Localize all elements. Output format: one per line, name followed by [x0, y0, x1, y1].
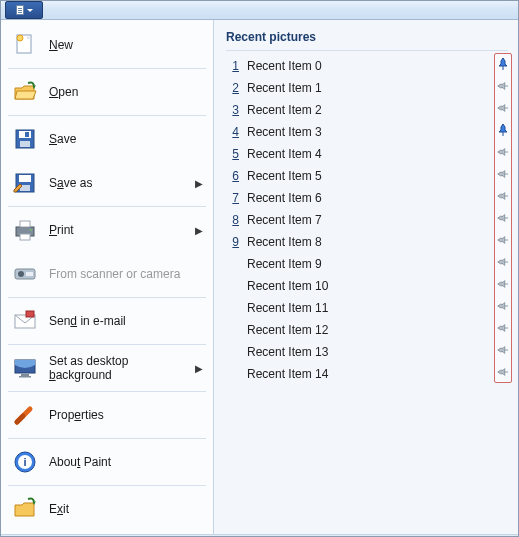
application-menu-button[interactable]	[5, 1, 43, 19]
recent-item[interactable]: 3Recent Item 2	[226, 99, 508, 121]
recent-item[interactable]: Recent Item 10	[226, 275, 508, 297]
recent-item-name: Recent Item 0	[247, 59, 322, 73]
menu-item-label: About Paint	[49, 455, 203, 469]
menu-item-save[interactable]: Save	[4, 117, 210, 161]
pin-icon[interactable]	[497, 166, 509, 182]
svg-point-14	[18, 271, 24, 277]
pin-icon-pinned[interactable]	[497, 122, 509, 138]
recent-item[interactable]: 2Recent Item 1	[226, 77, 508, 99]
pin-icon[interactable]	[497, 210, 509, 226]
submenu-arrow-icon: ▶	[195, 225, 203, 236]
pin-icon[interactable]	[497, 78, 509, 94]
menu-separator	[8, 115, 206, 116]
svg-point-12	[30, 229, 32, 231]
recent-item-number: 8	[229, 213, 239, 227]
recent-item-name: Recent Item 9	[247, 257, 322, 271]
recent-item-name: Recent Item 6	[247, 191, 322, 205]
menu-item-properties[interactable]: Properties	[4, 393, 210, 437]
recent-item[interactable]: 6Recent Item 5	[226, 165, 508, 187]
recent-item[interactable]: 9Recent Item 8	[226, 231, 508, 253]
menu-separator	[8, 485, 206, 486]
svg-rect-5	[25, 132, 29, 137]
recent-item-name: Recent Item 4	[247, 147, 322, 161]
pin-icon[interactable]	[497, 232, 509, 248]
recent-item-name: Recent Item 10	[247, 279, 328, 293]
menu-left-column: NewOpenSaveSave as▶Print▶From scanner or…	[1, 20, 214, 534]
recent-item-name: Recent Item 8	[247, 235, 322, 249]
menu-separator	[8, 297, 206, 298]
desktop-icon	[11, 354, 39, 382]
svg-text:i: i	[23, 456, 26, 468]
recent-item[interactable]: Recent Item 9	[226, 253, 508, 275]
recent-item-number: 2	[229, 81, 239, 95]
svg-rect-15	[26, 272, 33, 276]
menu-footer	[1, 534, 518, 536]
pin-icon[interactable]	[497, 364, 509, 380]
properties-icon	[11, 401, 39, 429]
recent-heading: Recent pictures	[226, 28, 508, 51]
recent-item-name: Recent Item 12	[247, 323, 328, 337]
pin-icon[interactable]	[497, 188, 509, 204]
pin-column	[494, 53, 512, 383]
recent-item-name: Recent Item 11	[247, 301, 328, 315]
menu-item-label: Open	[49, 85, 203, 99]
menu-item-about-paint[interactable]: iAbout Paint	[4, 440, 210, 484]
menu-separator	[8, 68, 206, 69]
recent-item-number: 3	[229, 103, 239, 117]
menu-item-set-as-desktop-background[interactable]: Set as desktop background▶	[4, 346, 210, 390]
recent-item[interactable]: 5Recent Item 4	[226, 143, 508, 165]
menu-item-label: Print	[49, 223, 185, 237]
menu-item-label: Properties	[49, 408, 203, 422]
submenu-arrow-icon: ▶	[195, 363, 203, 374]
pin-icon[interactable]	[497, 254, 509, 270]
svg-rect-7	[19, 175, 31, 182]
recent-item[interactable]: Recent Item 14	[226, 363, 508, 385]
pin-icon[interactable]	[497, 144, 509, 160]
menu-item-label: Save as	[49, 176, 185, 190]
recent-item[interactable]: 7Recent Item 6	[226, 187, 508, 209]
recent-item-name: Recent Item 13	[247, 345, 328, 359]
pin-icon[interactable]	[497, 298, 509, 314]
new-icon	[11, 31, 39, 59]
svg-rect-4	[20, 141, 30, 147]
pin-icon-pinned[interactable]	[497, 56, 509, 72]
menu-separator	[8, 438, 206, 439]
menu-item-print[interactable]: Print▶	[4, 208, 210, 252]
menu-item-label: Set as desktop background	[49, 354, 185, 382]
pin-icon[interactable]	[497, 342, 509, 358]
menu-separator	[8, 206, 206, 207]
scanner-icon	[11, 260, 39, 288]
pin-icon[interactable]	[497, 320, 509, 336]
recent-item-name: Recent Item 2	[247, 103, 322, 117]
app-window: NewOpenSaveSave as▶Print▶From scanner or…	[0, 0, 519, 537]
menu-item-exit[interactable]: Exit	[4, 487, 210, 531]
menu-item-label: Exit	[49, 502, 203, 516]
recent-item[interactable]: 1Recent Item 0	[226, 55, 508, 77]
recent-item[interactable]: Recent Item 12	[226, 319, 508, 341]
svg-rect-17	[26, 311, 34, 317]
saveas-icon	[11, 169, 39, 197]
recent-item[interactable]: Recent Item 13	[226, 341, 508, 363]
recent-item-name: Recent Item 7	[247, 213, 322, 227]
recent-item-number: 1	[229, 59, 239, 73]
menu-item-new[interactable]: New	[4, 23, 210, 67]
menu-separator	[8, 391, 206, 392]
recent-item-number: 7	[229, 191, 239, 205]
pin-icon[interactable]	[497, 100, 509, 116]
recent-item-number: 6	[229, 169, 239, 183]
menu-item-save-as[interactable]: Save as▶	[4, 161, 210, 205]
menu-item-from-scanner-or-camera: From scanner or camera	[4, 252, 210, 296]
recent-item[interactable]: 4Recent Item 3	[226, 121, 508, 143]
pin-icon[interactable]	[497, 276, 509, 292]
recent-item-name: Recent Item 5	[247, 169, 322, 183]
email-icon	[11, 307, 39, 335]
recent-item-number: 9	[229, 235, 239, 249]
svg-point-1	[17, 35, 23, 41]
open-icon	[11, 78, 39, 106]
menu-item-send-in-e-mail[interactable]: Send in e-mail	[4, 299, 210, 343]
recent-item[interactable]: Recent Item 11	[226, 297, 508, 319]
recent-item[interactable]: 8Recent Item 7	[226, 209, 508, 231]
recent-item-name: Recent Item 3	[247, 125, 322, 139]
menu-item-open[interactable]: Open	[4, 70, 210, 114]
menu-item-label: From scanner or camera	[49, 267, 203, 281]
